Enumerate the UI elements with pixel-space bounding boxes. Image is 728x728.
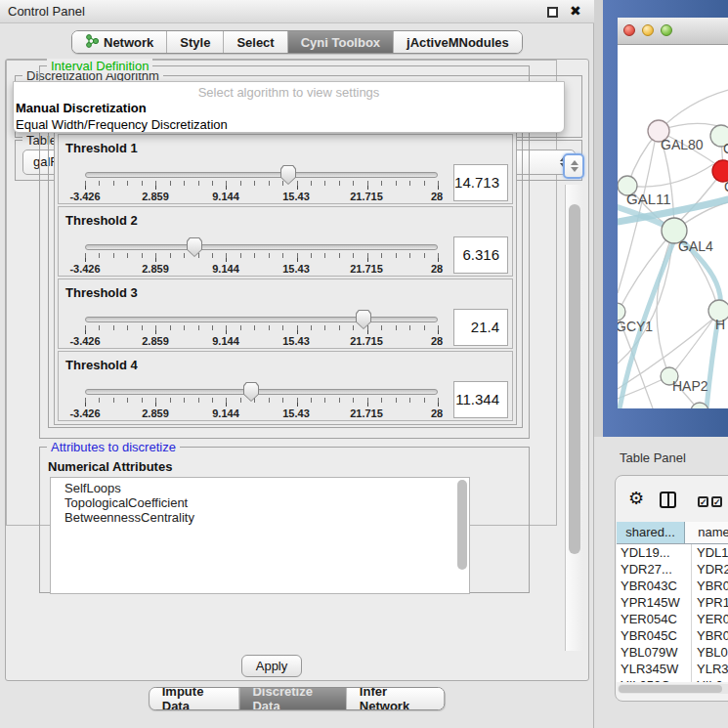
tab-select[interactable]: Select [224,31,287,53]
table-hscrollbar-thumb[interactable] [619,685,722,693]
threshold-1-slider-thumb[interactable] [280,165,296,185]
cell-name[interactable]: YIL0 [692,677,728,682]
table-row[interactable]: YDL19...YDL1 [617,544,728,561]
tab-network[interactable]: Network [72,31,167,53]
threshold-2-slider-track[interactable] [85,244,438,250]
checkbox-icon[interactable]: ✓ [711,496,722,507]
threshold-4-label: Threshold 4 [65,358,138,372]
table-header-row: shared... name [617,522,728,544]
cell-shared[interactable]: YBR043C [617,578,692,594]
threshold-3-slider-thumb[interactable] [356,310,371,329]
tab-style[interactable]: Style [167,31,224,53]
cell-name[interactable]: YLR3 [692,661,728,677]
table-hscrollbar-track[interactable] [618,684,728,694]
cell-shared[interactable]: YBL079W [617,644,692,661]
list-item[interactable]: SelfLoops [64,481,469,495]
network-canvas[interactable]: GAL80 GA C GAL11 GAL4 GCY1 H HAP2 [618,45,728,408]
tab-cyni-toolbox[interactable]: Cyni Toolbox [288,31,394,53]
tab-style-label: Style [180,35,210,50]
float-window-icon[interactable] [547,7,558,18]
tick-label: 2.859 [126,407,185,419]
cell-name[interactable]: YPR1 [692,594,728,611]
list-scrollbar[interactable] [457,480,467,526]
tab-infer-network-label: Infer Network [360,687,431,710]
table-row[interactable]: YBR045CYBR0 [617,627,728,644]
algorithm-combo-stepper[interactable] [563,153,584,179]
tab-discretize-data[interactable]: Discretize Data [239,688,346,709]
table-row[interactable]: YBR043CYBR0 [617,578,728,594]
main-scrollbar-track[interactable] [565,185,583,651]
threshold-1-value-field[interactable]: 14.713 [453,164,508,201]
tick-label: -3.426 [56,335,114,347]
minimize-traffic-light[interactable] [642,24,654,36]
zoom-traffic-light[interactable] [661,24,672,36]
tick-label: 9.144 [196,407,255,419]
table-row[interactable]: YPR145WYPR1 [617,594,728,611]
cell-name[interactable]: YDL1 [692,544,728,561]
tab-impute-data-label: Impute Data [162,687,227,710]
tick-label: 9.144 [196,335,255,347]
column-header-name[interactable]: name [685,522,728,543]
cell-shared[interactable]: YLR345W [617,661,692,677]
column-header-shared-name[interactable]: shared... [617,522,685,543]
cell-shared[interactable]: YPR145W [617,594,692,611]
popup-item-equal-width-frequency[interactable]: Equal Width/Frequency Discretization [16,117,228,132]
cell-shared[interactable]: YBR045C [617,627,692,644]
tick-label: 21.715 [337,191,396,202]
cell-shared[interactable]: YIL052C [617,677,692,682]
threshold-2-slider-thumb[interactable] [187,237,202,257]
tick-label: 21.715 [337,335,396,347]
main-scrollbar-thumb[interactable] [569,204,580,554]
tab-infer-network[interactable]: Infer Network [347,688,444,709]
threshold-4-value-field[interactable]: 11.344 [453,381,508,418]
list-item[interactable]: TopologicalCoefficient [64,495,469,510]
tab-select-label: Select [236,35,274,50]
cell-name[interactable]: YDR2 [692,561,728,578]
gear-icon[interactable]: ⚙ [628,490,644,507]
threshold-3-label: Threshold 3 [65,285,138,300]
threshold-3-value-field[interactable]: 21.4 [453,309,508,346]
cell-shared[interactable]: YDL19... [617,544,692,561]
tab-impute-data[interactable]: Impute Data [150,688,240,709]
table-row[interactable]: YBL079WYBL0 [617,644,728,661]
threshold-2-value-field[interactable]: 6.316 [453,236,508,274]
table-row[interactable]: YLR345WYLR3 [617,661,728,677]
tab-jactivemnodules[interactable]: jActiveMNodules [394,31,522,53]
attributes-group-title: Attributes to discretize [47,440,180,454]
cell-name[interactable]: YBL0 [692,644,728,661]
popup-item-manual-discretization[interactable]: Manual Discretization [16,101,147,115]
cell-name[interactable]: YER0 [692,611,728,627]
threshold-4-slider-track[interactable] [85,389,438,395]
table-row[interactable]: YDR27...YDR2 [617,561,728,578]
node-label-hap2: HAP2 [672,378,708,394]
tick-label: 15.43 [267,263,325,275]
interval-definition-title: Interval Definition [47,60,152,73]
numerical-attributes-label: Numerical Attributes [48,459,172,474]
network-window-titlebar[interactable] [618,18,728,45]
threshold-1-label: Threshold 1 [65,141,138,155]
tick-label: 21.715 [337,263,396,275]
split-columns-icon[interactable] [660,492,676,508]
threshold-4-slider-thumb[interactable] [243,382,259,402]
cell-name[interactable]: YBR0 [692,627,728,644]
checkbox-icon[interactable]: ✓ [698,496,708,507]
tick-label: 15.43 [267,335,325,347]
slider-ticks [85,325,440,334]
thresholds-container: Threshold 1 -3.426 2.859 9.144 15.43 21.… [54,130,517,425]
threshold-1-slider-track[interactable] [85,172,438,178]
list-item[interactable]: BetweennessCentrality [64,510,469,525]
cell-shared[interactable]: YER054C [617,611,692,627]
algorithm-prompt: Select algorithm to view settings [14,85,564,100]
apply-button[interactable]: Apply [241,655,302,677]
close-traffic-light[interactable] [623,24,635,36]
threshold-3-slider-track[interactable] [85,317,438,322]
close-icon[interactable]: ✖ [570,3,581,19]
slider-ticks [85,181,440,190]
tick-label: -3.426 [56,263,114,275]
table-row[interactable]: YIL052CYIL0 [617,677,728,682]
node-label-partial-top: GA [723,141,728,156]
table-row[interactable]: YER054CYER0 [617,611,728,627]
tick-label: 21.715 [337,407,396,419]
cell-shared[interactable]: YDR27... [617,561,692,578]
cell-name[interactable]: YBR0 [692,578,728,594]
